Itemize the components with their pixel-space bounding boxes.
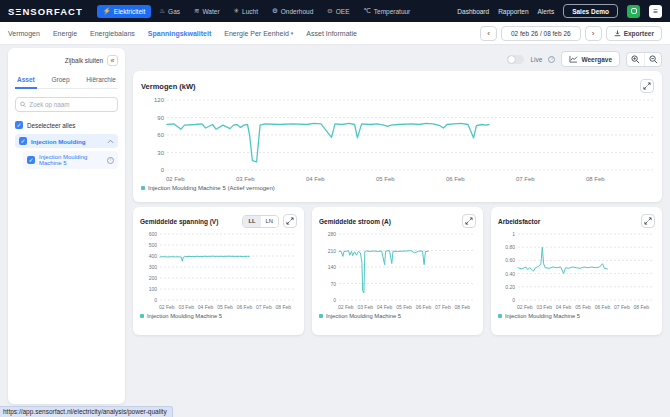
date-range-picker[interactable]: 02 feb 26 / 08 feb 26 bbox=[501, 26, 581, 41]
zoom-button-group bbox=[626, 52, 662, 67]
expand-chart-button[interactable] bbox=[462, 214, 476, 228]
export-button[interactable]: Exporteer bbox=[606, 26, 662, 41]
chevron-up-icon[interactable] bbox=[107, 139, 114, 144]
chart-legend[interactable]: Injection Moulding Machine 5 bbox=[140, 313, 297, 319]
chart-legend[interactable]: Injection Moulding Machine 5 (Actief ver… bbox=[141, 185, 654, 191]
gas-icon: ♨ bbox=[159, 7, 165, 15]
link-alerts[interactable]: Alerts bbox=[538, 8, 555, 15]
asset-search bbox=[15, 97, 118, 112]
page: { "colors": { "accent_teal": "#4fc6c2", … bbox=[0, 0, 670, 417]
svg-text:05 Feb: 05 Feb bbox=[575, 304, 591, 310]
tab-vermogen[interactable]: Vermogen bbox=[8, 30, 40, 37]
svg-text:07 Feb: 07 Feb bbox=[435, 304, 451, 310]
svg-text:0: 0 bbox=[333, 297, 336, 303]
current-chart[interactable]: 07014021028002 Feb03 Feb04 Feb05 Feb06 F… bbox=[319, 230, 476, 311]
tab-asset-informatie[interactable]: Asset Informatie bbox=[306, 30, 357, 37]
svg-text:02 Feb: 02 Feb bbox=[517, 304, 533, 310]
tree-checkbox[interactable]: ✓ bbox=[19, 137, 27, 145]
expand-chart-button[interactable] bbox=[640, 79, 654, 93]
chart-legend[interactable]: Injection Moulding Machine 5 bbox=[319, 313, 476, 319]
toggle-option-ln[interactable]: LN bbox=[261, 216, 278, 227]
link-dashboard[interactable]: Dashboard bbox=[457, 8, 489, 15]
check-icon: ✓ bbox=[16, 122, 21, 128]
ll-ln-toggle: LL LN bbox=[242, 215, 279, 228]
nav-item-label: Onderhoud bbox=[281, 8, 314, 15]
svg-text:06 Feb: 06 Feb bbox=[446, 176, 465, 182]
tab-energie[interactable]: Energie bbox=[53, 30, 77, 37]
legend-dot bbox=[141, 186, 145, 190]
svg-text:140: 140 bbox=[328, 264, 337, 270]
oee-icon: ⊙ bbox=[327, 7, 332, 15]
legend-label: Injection Moulding Machine 5 bbox=[505, 313, 580, 319]
search-input[interactable] bbox=[29, 101, 113, 108]
tab-spanningskwaliteit[interactable]: Spanningskwaliteit bbox=[148, 30, 211, 37]
nav-item-label: Elektriciteit bbox=[114, 8, 145, 15]
nav-item-temperatuur[interactable]: ℃ Temperatuur bbox=[357, 5, 416, 18]
zoom-out-icon bbox=[649, 55, 658, 64]
current-chart-card: Gemiddelde stroom (A) 07014021028002 Feb… bbox=[312, 207, 483, 335]
power-factor-chart[interactable]: 00.200.400.600.80102 Feb03 Feb04 Feb05 F… bbox=[498, 230, 655, 311]
zoom-in-button[interactable] bbox=[627, 53, 644, 66]
nav-item-elektriciteit[interactable]: ⚡ Elektriciteit bbox=[97, 5, 152, 18]
svg-text:04 Feb: 04 Feb bbox=[306, 176, 325, 182]
svg-text:03 Feb: 03 Feb bbox=[357, 304, 373, 310]
sidebar-tab-groep[interactable]: Groep bbox=[50, 73, 72, 88]
maintenance-icon: ⚙ bbox=[272, 7, 278, 15]
chart-legend[interactable]: Injection Moulding Machine 5 bbox=[498, 313, 655, 319]
nav-item-onderhoud[interactable]: ⚙ Onderhoud bbox=[266, 5, 319, 18]
nav-item-lucht[interactable]: ✳ Lucht bbox=[228, 5, 264, 18]
nav-item-label: Temperatuur bbox=[374, 8, 411, 15]
chat-icon bbox=[631, 8, 637, 14]
apps-menu-button[interactable]: ≡ bbox=[649, 5, 662, 18]
date-prev-button[interactable]: ‹ bbox=[480, 26, 497, 41]
sales-demo-button[interactable]: Sales Demo bbox=[563, 4, 618, 18]
water-icon: ≋ bbox=[194, 7, 199, 15]
export-label: Exporteer bbox=[624, 30, 654, 37]
voltage-chart[interactable]: 010020030040050060002 Feb03 Feb04 Feb05 … bbox=[140, 230, 297, 311]
tab-energie-per-eenheid[interactable]: Energie Per Eenheid ▾ bbox=[224, 30, 293, 37]
power-chart-card: Vermogen (kW) 030609012002 Feb03 Feb04 F… bbox=[133, 71, 662, 202]
svg-text:04 Feb: 04 Feb bbox=[556, 304, 572, 310]
tab-energiebalans[interactable]: Energiebalans bbox=[90, 30, 135, 37]
tree-item-label: Injection Moulding Machine 5 bbox=[39, 154, 103, 166]
chat-button[interactable] bbox=[627, 5, 640, 18]
expand-chart-button[interactable] bbox=[283, 214, 297, 228]
legend-dot bbox=[319, 314, 323, 318]
info-icon[interactable]: i bbox=[107, 157, 114, 164]
power-chart[interactable]: 030609012002 Feb03 Feb04 Feb05 Feb06 Feb… bbox=[141, 95, 654, 183]
svg-text:03 Feb: 03 Feb bbox=[536, 304, 552, 310]
svg-text:0: 0 bbox=[154, 297, 157, 303]
primary-nav: ⚡ Elektriciteit ♨ Gas ≋ Water ✳ Lucht ⚙ … bbox=[97, 5, 417, 18]
expand-chart-button[interactable] bbox=[641, 214, 655, 228]
nav-item-oee[interactable]: ⊙ OEE bbox=[321, 5, 355, 18]
sidebar-collapse-button[interactable]: « bbox=[107, 55, 118, 66]
nav-item-gas[interactable]: ♨ Gas bbox=[153, 5, 186, 18]
svg-text:90: 90 bbox=[157, 115, 164, 121]
deselect-all-row[interactable]: ✓ Deselecteer alles bbox=[15, 121, 118, 129]
live-toggle[interactable] bbox=[507, 55, 524, 64]
tree-checkbox[interactable]: ✓ bbox=[27, 156, 35, 164]
sensorfact-logo: SΞNSORFACT bbox=[8, 6, 83, 17]
deselect-all-checkbox[interactable]: ✓ bbox=[15, 121, 23, 129]
toggle-option-ll[interactable]: LL bbox=[243, 216, 260, 227]
nav-item-water[interactable]: ≋ Water bbox=[188, 5, 226, 18]
zoom-out-button[interactable] bbox=[644, 53, 661, 66]
asset-sidebar: Zijbalk sluiten « Asset Groep Hiërarchie… bbox=[8, 48, 125, 404]
download-icon bbox=[614, 30, 621, 37]
card-header: Gemiddelde stroom (A) bbox=[319, 214, 476, 228]
link-rapporten[interactable]: Rapporten bbox=[498, 8, 528, 15]
tree-item-injection-moulding[interactable]: ✓ Injection Moulding bbox=[15, 134, 118, 148]
tree-item-label: Injection Moulding bbox=[31, 138, 103, 145]
sidebar-tab-hierarchie[interactable]: Hiërarchie bbox=[84, 73, 118, 88]
view-options-button[interactable]: Weergave bbox=[561, 51, 620, 67]
chart-title: Gemiddelde stroom (A) bbox=[319, 218, 391, 225]
tree-item-injection-moulding-machine-5[interactable]: ✓ Injection Moulding Machine 5 i bbox=[23, 151, 118, 169]
sidebar-tab-asset[interactable]: Asset bbox=[15, 73, 37, 89]
svg-text:0.40: 0.40 bbox=[505, 271, 515, 277]
svg-text:400: 400 bbox=[149, 253, 158, 259]
svg-text:600: 600 bbox=[149, 231, 158, 237]
live-info-icon[interactable]: i bbox=[548, 56, 555, 63]
date-next-button[interactable]: › bbox=[585, 26, 602, 41]
svg-text:0.60: 0.60 bbox=[505, 257, 515, 263]
nav-item-label: Lucht bbox=[242, 8, 258, 15]
